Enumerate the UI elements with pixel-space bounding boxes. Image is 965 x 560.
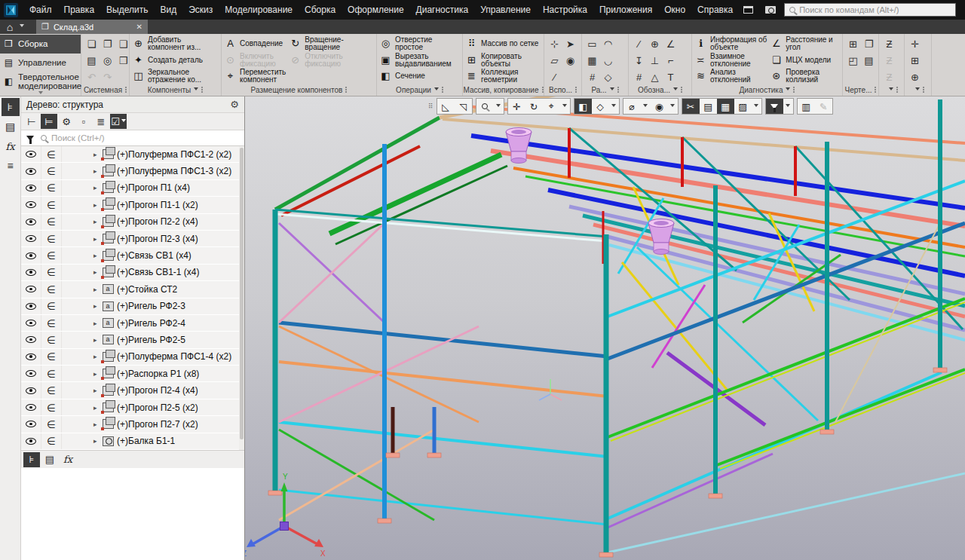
tree-item[interactable]: ∈▸(+)Ригель РФ2-5 [21, 332, 244, 348]
notation-icon-4[interactable]: ↧ [631, 52, 647, 69]
minimize-button[interactable]: — [960, 2, 965, 18]
element-of-icon[interactable]: ∈ [41, 315, 62, 331]
drawing-icon-2[interactable]: ❐ [861, 35, 877, 52]
element-of-icon[interactable]: ∈ [41, 180, 62, 196]
toolbar-drag-handle[interactable]: ⠿ [428, 103, 433, 110]
simple-hole-button[interactable]: ◎Отверстие простое [379, 35, 452, 52]
expand-arrow-icon[interactable]: ▸ [93, 320, 102, 327]
geometry-collection-button[interactable]: ≣Коллекция геометрии [465, 68, 538, 84]
tree-selection-icon[interactable]: ▫ [75, 114, 92, 129]
visibility-eye-icon[interactable] [21, 197, 41, 213]
add-component-button[interactable]: ⊕Добавить компонент из... [132, 35, 203, 52]
element-of-icon[interactable]: ∈ [41, 399, 62, 415]
layout-icon-5[interactable]: # [584, 69, 600, 85]
expand-arrow-icon[interactable]: ▸ [93, 268, 102, 276]
group-dropdown-caret[interactable] [915, 87, 920, 93]
3d-viewport[interactable]: Y X Z ⠿ ◺◹✛↻⌖◧◇⌀◉✂▤▦▨▥✎ [245, 96, 965, 560]
rotate-icon[interactable]: ↻ [525, 99, 543, 114]
notation-icon-1[interactable]: ∕ [631, 35, 647, 52]
rotation-rotation-button[interactable]: ↻Вращение- вращение [289, 35, 343, 52]
menu-item[interactable]: Правка [58, 5, 101, 15]
expand-arrow-icon[interactable]: ▸ [93, 218, 102, 225]
expand-arrow-icon[interactable]: ▸ [93, 370, 102, 378]
open-icon[interactable]: ❐ [100, 35, 115, 52]
expand-arrow-icon[interactable]: ▸ [93, 252, 102, 259]
group-grip-icon[interactable] [681, 87, 682, 93]
tree-item[interactable]: ∈▸(+)Прогон П2-7 (x2) [21, 416, 244, 433]
tree-item[interactable]: ∈▸(+)Прогон П2-2 (x4) [21, 214, 244, 231]
add-object-icon[interactable]: ⊕ [907, 69, 923, 85]
group-grip-icon[interactable] [793, 87, 795, 93]
group-grip-icon[interactable] [125, 87, 127, 93]
document-tab[interactable]: ❐ Склад.a3d ✕ [36, 20, 148, 34]
aux-camera-icon[interactable]: ◉ [562, 52, 578, 69]
group-dropdown-caret[interactable] [673, 87, 678, 93]
notation-icon-7[interactable]: # [631, 69, 647, 85]
group-dropdown-caret[interactable] [434, 87, 439, 93]
coordinate-axes-icon[interactable]: ⌖ [543, 99, 560, 114]
deviation-analysis-button[interactable]: ≋Анализ отклонений [694, 68, 767, 84]
expand-arrow-icon[interactable]: ▸ [93, 286, 102, 293]
create-part-button[interactable]: ✦Создать деталь [132, 52, 203, 69]
element-of-icon[interactable]: ∈ [41, 197, 62, 213]
visibility-eye-icon[interactable] [21, 265, 41, 280]
menu-item[interactable]: Оформление [342, 5, 409, 15]
drawing-icon-4[interactable]: ▤ [861, 52, 877, 69]
element-of-icon[interactable]: ∈ [41, 433, 62, 449]
menu-item[interactable]: Приложения [593, 5, 658, 15]
collision-check-button[interactable]: ⊛Проверка коллизий [770, 68, 832, 84]
record-icon[interactable]: ▤ [700, 99, 717, 114]
copy-objects-button[interactable]: ⊞Копировать объекты [465, 52, 538, 69]
tree-layers-icon[interactable]: ≣ [93, 114, 109, 129]
expand-arrow-icon[interactable]: ▸ [93, 184, 102, 191]
add-view-icon[interactable]: ✛ [907, 35, 923, 52]
wireframe-display-icon[interactable]: ◇ [592, 99, 609, 114]
layout-icon-1[interactable]: ▭ [584, 35, 600, 52]
menu-item[interactable]: Моделирование [219, 5, 299, 15]
tree-panel-icon[interactable]: ⊧ [2, 98, 20, 116]
cut-extrude-button[interactable]: ▣Вырезать выдавливанием [379, 52, 452, 69]
grid-array-button[interactable]: ⠿Массив по сетке [465, 35, 538, 52]
group-grip-icon[interactable] [201, 87, 203, 93]
dropdown-caret[interactable] [494, 99, 504, 114]
layout-icon-4[interactable]: ◡ [600, 52, 616, 69]
tree-item[interactable]: ∈▸(+)Связь СВ1-1 (x4) [21, 265, 244, 281]
tree-item[interactable]: ∈▸(+)Полуферма ПФС1-2 (x2) [21, 146, 244, 163]
menu-item[interactable]: Справка [691, 5, 739, 15]
tab-variables[interactable]: fx [60, 452, 76, 467]
named-views-icon[interactable]: ◹ [455, 99, 472, 114]
group-dropdown-caret[interactable] [786, 87, 790, 93]
expand-arrow-icon[interactable]: ▸ [93, 201, 102, 209]
group-dropdown-caret[interactable] [889, 87, 893, 93]
clip-icon[interactable]: ✂ [682, 99, 700, 114]
element-of-icon[interactable]: ∈ [41, 349, 62, 365]
shaded-display-icon[interactable]: ◧ [574, 99, 592, 114]
tree-search-input[interactable] [51, 133, 241, 142]
group-dropdown-caret[interactable] [194, 87, 198, 93]
menu-item[interactable]: Выделить [100, 5, 154, 15]
origin-view-icon[interactable]: ◺ [437, 99, 455, 114]
text-tool-icon[interactable]: T [663, 69, 679, 85]
expand-arrow-icon[interactable]: ▸ [93, 167, 102, 175]
visibility-eye-icon[interactable] [21, 332, 41, 347]
aux-axis-icon[interactable]: ➤ [562, 35, 578, 52]
visibility-eye-icon[interactable] [21, 231, 41, 246]
expand-arrow-icon[interactable]: ▸ [93, 302, 102, 310]
tree-item[interactable]: ∈▸(+)Прогон П2-5 (x2) [21, 399, 244, 416]
dropdown-caret[interactable] [560, 99, 570, 114]
menu-item[interactable]: Файл [23, 5, 58, 15]
modes-collapse-chevron[interactable] [0, 91, 81, 96]
mode-solid-modeling[interactable]: ◧Твердотельное моделирование [0, 72, 81, 91]
expand-arrow-icon[interactable]: ▸ [93, 235, 102, 243]
element-of-icon[interactable]: ∈ [41, 265, 62, 280]
tree-scrollbar[interactable] [239, 146, 244, 450]
expand-arrow-icon[interactable]: ▸ [93, 387, 102, 394]
group-grip-icon[interactable] [923, 87, 924, 93]
element-of-icon[interactable]: ∈ [41, 298, 62, 314]
tree-item[interactable]: ∈▸(+)Прогон П2-3 (x4) [21, 231, 244, 247]
home-icon[interactable]: ⌂ [0, 20, 20, 34]
element-of-icon[interactable]: ∈ [41, 281, 62, 297]
mode-management[interactable]: ▤Управление [0, 54, 81, 72]
group-grip-icon[interactable] [575, 87, 577, 93]
pan-icon[interactable]: ✛ [508, 99, 525, 114]
